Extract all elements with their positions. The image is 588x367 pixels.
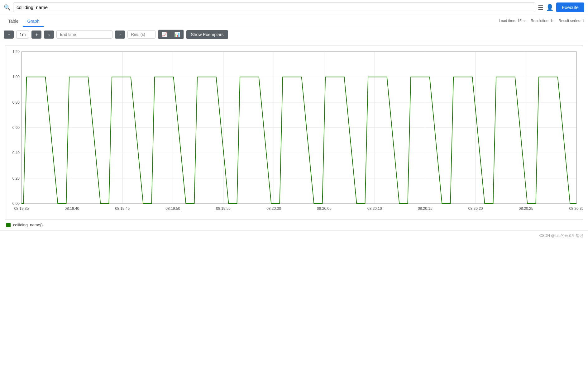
footer: CSDN @lulu的云原生笔记	[0, 230, 588, 241]
line-chart-button[interactable]: 📈	[158, 30, 171, 39]
top-bar: 🔍 ☰ 👤 Execute	[0, 0, 588, 15]
footer-text: CSDN @lulu的云原生笔记	[539, 233, 583, 238]
show-exemplars-button[interactable]: Show Exemplars	[186, 30, 228, 39]
legend-color-swatch	[6, 223, 11, 227]
end-time-input[interactable]	[56, 30, 112, 39]
next-button[interactable]: ›	[115, 31, 125, 39]
minus-button[interactable]: −	[4, 31, 14, 39]
load-time: Load time: 15ms	[499, 19, 527, 23]
resolution-input[interactable]	[127, 30, 155, 39]
legend-area: colliding_name{}	[0, 219, 588, 230]
chart-type-group: 📈 📊	[158, 30, 184, 39]
meta-info: Load time: 15ms Resolution: 1s Result se…	[499, 19, 584, 25]
controls-row: − 1m + ‹ › 📈 📊 Show Exemplars	[0, 27, 588, 42]
result-series: Result series: 1	[558, 19, 584, 23]
chart-area	[0, 42, 588, 219]
execute-button[interactable]: Execute	[556, 2, 584, 12]
user-icon[interactable]: 👤	[546, 4, 554, 11]
search-icon: 🔍	[4, 4, 11, 11]
chart-canvas	[5, 45, 583, 219]
prev-button[interactable]: ‹	[44, 31, 54, 39]
list-icon[interactable]: ☰	[538, 4, 543, 11]
tab-graph[interactable]: Graph	[23, 17, 44, 27]
tab-table[interactable]: Table	[4, 17, 23, 27]
stacked-chart-button[interactable]: 📊	[171, 30, 184, 39]
chart-container	[5, 45, 583, 219]
query-input[interactable]	[13, 2, 535, 12]
legend-label: colliding_name{}	[13, 223, 43, 227]
tabs-row: Table Graph Load time: 15ms Resolution: …	[0, 15, 588, 27]
plus-button[interactable]: +	[31, 31, 41, 39]
top-bar-icons: ☰ 👤	[538, 4, 554, 11]
duration-label: 1m	[16, 31, 29, 39]
resolution: Resolution: 1s	[531, 19, 554, 23]
